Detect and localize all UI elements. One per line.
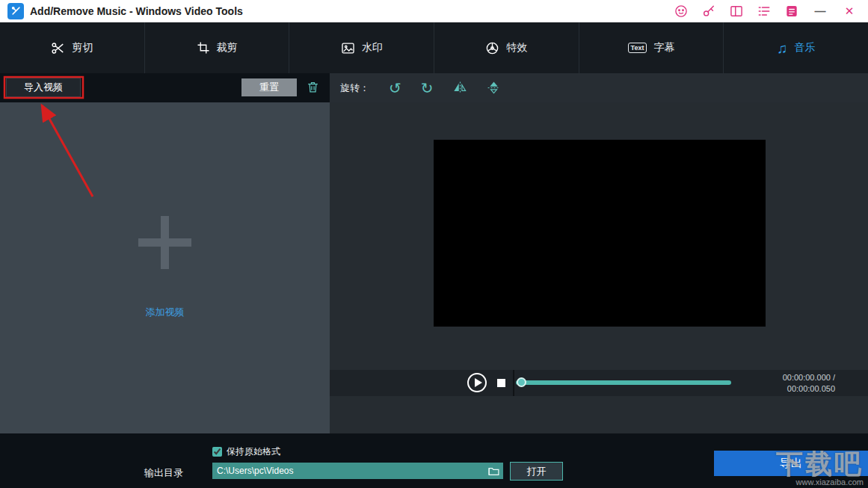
output-path-field bbox=[212, 463, 503, 479]
output-path-input[interactable] bbox=[212, 466, 487, 476]
minimize-button[interactable]: — bbox=[812, 4, 828, 17]
add-video-dropzone[interactable]: 添加视频 bbox=[0, 102, 330, 433]
time-total: 00:00:00.050 bbox=[783, 383, 835, 395]
main-toolbar: 剪切 裁剪 水印 特效 Text 字幕 ♫ 音 bbox=[0, 22, 868, 73]
seek-slider[interactable] bbox=[516, 380, 731, 385]
playlist-icon[interactable] bbox=[757, 4, 772, 19]
playback-controls: 00:00:00.000 / 00:00:00.050 bbox=[330, 370, 868, 396]
titlebar-actions: — ✕ bbox=[674, 4, 861, 19]
tab-music[interactable]: ♫ 音乐 bbox=[724, 22, 868, 73]
rotate-ccw-icon[interactable]: ↺ bbox=[389, 81, 401, 96]
seek-thumb[interactable] bbox=[517, 377, 526, 387]
support-icon[interactable] bbox=[674, 4, 689, 19]
watermark-icon bbox=[341, 41, 355, 55]
tab-effects[interactable]: 特效 bbox=[434, 22, 579, 73]
tab-watermark[interactable]: 水印 bbox=[289, 22, 434, 73]
media-list-header: 导入视频 重置 bbox=[0, 73, 330, 102]
close-button[interactable]: ✕ bbox=[841, 4, 858, 18]
flip-horizontal-icon[interactable] bbox=[453, 81, 467, 95]
add-video-label: 添加视频 bbox=[0, 306, 330, 319]
rotate-label: 旋转： bbox=[340, 81, 369, 95]
flip-vertical-icon[interactable] bbox=[487, 81, 501, 95]
media-list-panel: 导入视频 重置 添加视频 bbox=[0, 73, 330, 433]
layout-icon[interactable] bbox=[729, 4, 744, 19]
time-elapsed: 00:00:00.000 / bbox=[783, 372, 835, 383]
tab-label: 水印 bbox=[362, 41, 383, 55]
tab-crop[interactable]: 裁剪 bbox=[145, 22, 290, 73]
export-button[interactable]: 导出 bbox=[714, 451, 868, 476]
output-dir-label: 输出目录 bbox=[144, 466, 183, 480]
tab-label: 裁剪 bbox=[217, 41, 238, 55]
tab-label: 字幕 bbox=[653, 41, 674, 55]
rotate-toolbar: 旋转： ↺ ↻ bbox=[330, 73, 868, 102]
stop-button[interactable] bbox=[497, 379, 505, 387]
import-video-button[interactable]: 导入视频 bbox=[6, 78, 81, 97]
scissors-icon bbox=[51, 41, 65, 55]
play-button[interactable] bbox=[467, 373, 487, 392]
app-window: Add/Remove Music - Windows Video Tools —… bbox=[0, 0, 868, 488]
tab-label: 音乐 bbox=[794, 41, 815, 55]
reset-button[interactable]: 重置 bbox=[241, 78, 297, 96]
rotate-cw-icon[interactable]: ↻ bbox=[421, 81, 434, 96]
open-folder-button[interactable]: 打开 bbox=[510, 462, 563, 481]
crop-icon bbox=[197, 41, 210, 55]
tab-label: 特效 bbox=[506, 41, 527, 55]
text-badge: Text bbox=[628, 43, 647, 53]
effects-icon bbox=[485, 41, 499, 55]
output-bar: 输出目录 保持原始格式 打开 导出 bbox=[0, 433, 868, 488]
tab-label: 剪切 bbox=[72, 41, 93, 55]
folder-icon[interactable] bbox=[487, 465, 503, 478]
key-icon[interactable] bbox=[701, 4, 716, 19]
subtitle-icon: Text bbox=[628, 43, 647, 53]
keep-format-label: 保持原始格式 bbox=[227, 445, 280, 458]
tab-subtitle[interactable]: Text 字幕 bbox=[579, 22, 724, 73]
video-preview bbox=[434, 140, 766, 327]
keep-format-checkbox[interactable] bbox=[212, 447, 222, 457]
tab-cut[interactable]: 剪切 bbox=[0, 22, 145, 73]
plus-icon bbox=[138, 216, 191, 269]
app-logo-icon bbox=[7, 3, 24, 19]
window-title: Add/Remove Music - Windows Video Tools bbox=[30, 5, 243, 17]
divider bbox=[513, 370, 514, 396]
time-display: 00:00:00.000 / 00:00:00.050 bbox=[783, 372, 835, 395]
music-icon: ♫ bbox=[777, 41, 787, 55]
titlebar: Add/Remove Music - Windows Video Tools —… bbox=[0, 0, 868, 22]
preview-panel: 旋转： ↺ ↻ 00:00:00.000 / 00:00:00.050 bbox=[330, 73, 868, 433]
keep-format-option[interactable]: 保持原始格式 bbox=[212, 445, 280, 458]
delete-icon[interactable] bbox=[306, 80, 320, 94]
notes-icon[interactable] bbox=[784, 4, 799, 19]
